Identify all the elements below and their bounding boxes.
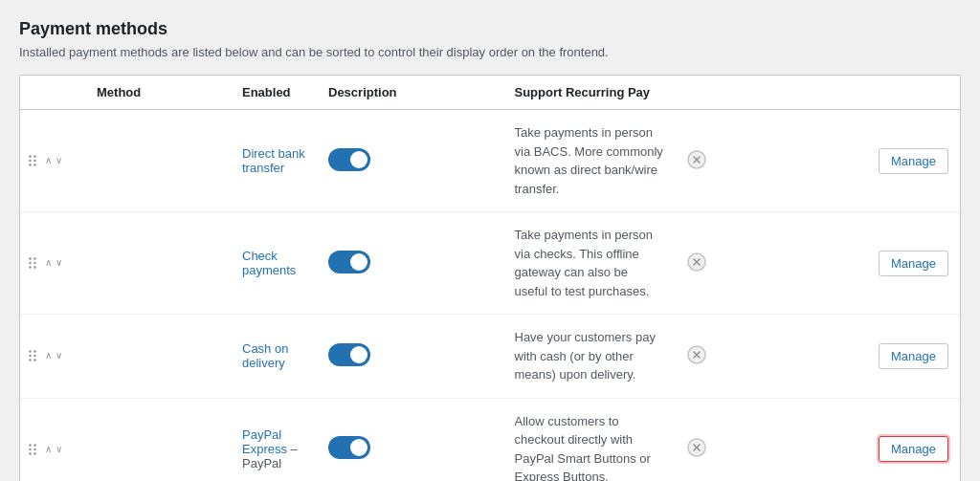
- row-controls-check-payments: ∧ ∨: [20, 243, 231, 283]
- drag-handle-direct-bank[interactable]: [28, 154, 37, 167]
- no-support-icon-cash-on-delivery: [687, 345, 706, 364]
- drag-handle-cash-on-delivery[interactable]: [28, 349, 37, 362]
- col-header-support: Support Recurring Pay: [503, 76, 676, 110]
- sort-down-direct-bank[interactable]: ∨: [56, 156, 62, 165]
- method-cell-paypal-express: PayPal Express – PayPal: [231, 398, 317, 481]
- svg-point-32: [33, 452, 35, 454]
- method-cell-cash-on-delivery: Cash on delivery: [231, 315, 317, 399]
- svg-point-12: [33, 262, 35, 264]
- manage-button-check-payments[interactable]: Manage: [879, 251, 948, 276]
- sort-down-paypal-express[interactable]: ∨: [56, 445, 62, 454]
- table-row: ∧ ∨ Direct bank transfer Take payments i…: [20, 110, 960, 212]
- svg-point-4: [29, 164, 31, 165]
- row-controls-paypal-express: ∧ ∨: [20, 429, 231, 470]
- action-cell-cash-on-delivery: Manage: [771, 315, 961, 399]
- manage-button-paypal-express[interactable]: Manage: [879, 436, 948, 462]
- svg-point-29: [29, 448, 31, 449]
- svg-point-21: [33, 355, 35, 357]
- no-support-icon-paypal-express: [687, 438, 706, 457]
- svg-point-9: [29, 257, 31, 259]
- page-subtitle: Installed payment methods are listed bel…: [19, 45, 961, 59]
- enabled-cell-cash-on-delivery: [317, 315, 503, 399]
- toggle-paypal-express[interactable]: [328, 436, 370, 459]
- row-controls-cash-on-delivery: ∧ ∨: [20, 336, 231, 376]
- enabled-cell-check-payments: [317, 212, 503, 315]
- svg-point-10: [33, 257, 35, 259]
- enabled-cell-direct-bank: [317, 110, 503, 212]
- toggle-direct-bank[interactable]: [328, 148, 370, 171]
- method-cell-check-payments: Check payments: [231, 212, 317, 315]
- row-controls-direct-bank: ∧ ∨: [20, 141, 231, 181]
- method-link-check-payments[interactable]: Check payments: [242, 249, 296, 277]
- action-cell-paypal-express: Manage: [771, 398, 961, 481]
- action-cell-check-payments: Manage: [771, 212, 961, 315]
- manage-button-cash-on-delivery[interactable]: Manage: [879, 343, 948, 369]
- svg-point-13: [29, 266, 31, 268]
- drag-handle-paypal-express[interactable]: [28, 443, 37, 456]
- drag-handle-check-payments[interactable]: [28, 256, 37, 270]
- payment-methods-table-container: Method Enabled Description Support Recur…: [19, 75, 961, 481]
- action-cell-direct-bank: Manage: [771, 110, 961, 212]
- description-cell-check-payments: Take payments in person via checks. This…: [503, 212, 676, 315]
- method-link-paypal-express[interactable]: PayPal Express: [242, 427, 287, 456]
- col-header-method: Method: [20, 76, 231, 110]
- description-cell-cash-on-delivery: Have your customers pay with cash (or by…: [503, 315, 676, 399]
- toggle-cash-on-delivery[interactable]: [328, 343, 370, 366]
- svg-point-31: [29, 452, 31, 454]
- support-cell-paypal-express: [676, 398, 771, 481]
- no-support-icon-direct-bank: [687, 150, 706, 169]
- sort-up-paypal-express[interactable]: ∧: [45, 445, 52, 454]
- table-row: ∧ ∨ PayPal Express – PayPal Allow custom…: [20, 398, 960, 481]
- svg-point-22: [29, 360, 31, 361]
- svg-point-30: [33, 448, 35, 449]
- page-title: Payment methods: [19, 19, 961, 39]
- svg-point-11: [29, 262, 31, 264]
- support-cell-cash-on-delivery: [676, 315, 771, 399]
- description-cell-paypal-express: Allow customers to checkout directly wit…: [503, 398, 676, 481]
- method-link-direct-bank[interactable]: Direct bank transfer: [242, 146, 305, 175]
- svg-point-18: [29, 351, 31, 353]
- col-header-enabled: Enabled: [231, 76, 317, 110]
- table-row: ∧ ∨ Cash on delivery Have your customers…: [20, 315, 960, 399]
- method-cell-direct-bank: Direct bank transfer: [231, 110, 317, 212]
- svg-point-14: [33, 266, 35, 268]
- svg-point-20: [29, 355, 31, 357]
- svg-point-19: [33, 351, 35, 353]
- svg-point-2: [29, 160, 31, 162]
- sort-down-cash-on-delivery[interactable]: ∨: [56, 351, 62, 361]
- manage-button-direct-bank[interactable]: Manage: [879, 148, 948, 174]
- method-link-cash-on-delivery[interactable]: Cash on delivery: [242, 341, 288, 370]
- support-cell-check-payments: [676, 212, 771, 315]
- svg-point-1: [33, 155, 35, 157]
- svg-point-27: [29, 444, 31, 446]
- sort-up-direct-bank[interactable]: ∧: [45, 156, 52, 165]
- payment-methods-table: Method Enabled Description Support Recur…: [20, 76, 960, 481]
- svg-point-5: [33, 164, 35, 165]
- sort-down-check-payments[interactable]: ∨: [56, 258, 62, 268]
- enabled-cell-paypal-express: [317, 398, 503, 481]
- table-row: ∧ ∨ Check payments Take payments in pers…: [20, 212, 960, 315]
- svg-point-23: [33, 360, 35, 361]
- sort-up-check-payments[interactable]: ∧: [45, 258, 52, 268]
- description-cell-direct-bank: Take payments in person via BACS. More c…: [503, 110, 676, 212]
- support-cell-direct-bank: [676, 110, 771, 212]
- page-container: Payment methods Installed payment method…: [19, 19, 961, 481]
- sort-up-cash-on-delivery[interactable]: ∧: [45, 351, 52, 361]
- svg-point-0: [29, 155, 31, 157]
- svg-point-3: [33, 160, 35, 162]
- col-header-action: [676, 76, 771, 110]
- toggle-check-payments[interactable]: [328, 251, 370, 273]
- col-header-description: Description: [317, 76, 503, 110]
- svg-point-28: [33, 444, 35, 446]
- no-support-icon-check-payments: [687, 252, 706, 272]
